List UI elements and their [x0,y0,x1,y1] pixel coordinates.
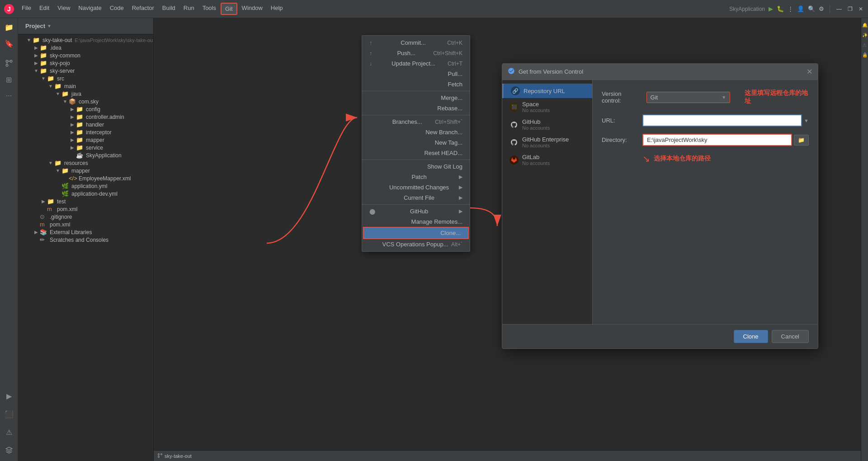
menu-merge[interactable]: Merge... [362,93,470,103]
list-item[interactable]: ▶ </> EmployeeMapper.xml [18,174,153,182]
git-icon[interactable] [2,56,16,71]
menu-push[interactable]: ↑ Push... Ctrl+Shift+K [362,48,470,58]
dialog-titlebar: Get from Version Control ✕ [502,64,818,80]
close-btn[interactable]: ✕ [857,5,864,13]
menu-branches[interactable]: Branches... Ctrl+Shift+` [362,117,470,127]
sidebar-item-github-enterprise[interactable]: GitHub Enterprise No accounts [502,133,592,151]
list-item[interactable]: ▼ 📁 mapper [18,167,153,174]
list-item[interactable]: ▼ 📁 sky-server [18,67,153,75]
dialog-close-btn[interactable]: ✕ [807,67,812,76]
project-status[interactable]: sky-take-out [165,453,192,459]
lock-icon[interactable]: 🔒 [862,52,868,58]
list-item[interactable]: ▶ 📁 sky-common [18,52,153,59]
menu-build[interactable]: Build [159,3,179,15]
clone-dialog: Get from Version Control ✕ 🔗 Repository … [502,63,818,349]
sidebar-item-repo-url[interactable]: 🔗 Repository URL [502,84,592,98]
menu-tools[interactable]: Tools [199,3,220,15]
menu-edit[interactable]: Edit [36,3,53,15]
menu-code[interactable]: Code [106,3,127,15]
list-item[interactable]: ▼ 📁 resources [18,159,153,167]
list-item[interactable]: ▶ ☕ SkyApplication [18,151,153,159]
directory-input[interactable] [642,134,792,146]
cancel-button[interactable]: Cancel [772,330,809,343]
clone-button[interactable]: Clone [734,330,768,343]
menu-refactor[interactable]: Refactor [128,3,158,15]
sidebar-item-space[interactable]: ⬛ Space No accounts [502,98,592,116]
list-item[interactable]: ▶ ✏ Scratches and Consoles [18,236,153,244]
menu-reset-head[interactable]: Reset HEAD... [362,148,470,158]
list-item[interactable]: ▶ 📚 External Libraries [18,228,153,236]
list-item[interactable]: ▶ m pom.xml [18,221,153,228]
menu-rebase[interactable]: Rebase... [362,103,470,113]
sidebar-item-gitlab[interactable]: GitLab No accounts [502,151,592,169]
url-input[interactable] [642,114,802,127]
menu-help[interactable]: Help [267,3,287,15]
list-item[interactable]: ▶ 📁 controller.admin [18,113,153,121]
browse-directory-btn[interactable]: 📁 [794,135,809,146]
list-item[interactable]: ▶ 📁 interceptor [18,128,153,136]
menu-manage-remotes[interactable]: Manage Remotes... [362,216,470,227]
list-item[interactable]: ▼ 📁 main [18,82,153,90]
run-tool-icon[interactable]: ▶ [2,389,16,403]
search-icon[interactable]: 🔍 [808,5,815,12]
dialog-footer: Clone Cancel [502,324,818,348]
debug-btn[interactable]: 🐛 [777,5,784,12]
url-label: URL: [602,117,642,124]
menu-pull[interactable]: Pull... [362,69,470,79]
menu-current-file[interactable]: Current File ▶ [362,193,470,203]
minimize-btn[interactable]: — [835,5,843,13]
terminal-icon[interactable]: ⬛ [2,407,16,421]
menu-run[interactable]: Run [180,3,198,15]
list-item[interactable]: ▶ m pom.xml [18,205,153,213]
settings-icon[interactable]: ⚙ [819,5,824,12]
list-item[interactable]: ▶ 📁 .idea [18,44,153,52]
bookmark-icon[interactable]: 🔖 [2,36,16,51]
url-dropdown-btn[interactable]: ▼ [804,118,809,123]
list-item[interactable]: ▶ 📁 handler [18,121,153,128]
list-item[interactable]: ▼ 📦 com.sky [18,98,153,105]
version-control-select[interactable]: Git ▼ [646,92,731,103]
list-item[interactable]: ▶ 📁 service [18,144,153,151]
list-item[interactable]: ▶ ⊙ .gitignore [18,213,153,221]
git-tool-icon[interactable] [2,443,16,457]
notification-icon[interactable]: 🔔 [862,22,868,28]
menu-git[interactable]: Git [221,3,237,15]
list-item[interactable]: ▶ 🌿 application-dev.yml [18,190,153,198]
more-btn[interactable]: ⋮ [788,5,793,12]
maximize-btn[interactable]: ❐ [846,5,854,13]
menu-commit[interactable]: ↑ Commit... Ctrl+K [362,38,470,48]
list-item[interactable]: ▼ 📁 java [18,90,153,98]
sidebar-item-github[interactable]: GitHub No accounts [502,116,592,133]
menu-window[interactable]: Window [238,3,266,15]
more-tools-icon[interactable]: ··· [2,89,16,103]
list-item[interactable]: ▶ 📁 sky-pojo [18,59,153,67]
menu-patch[interactable]: Patch ▶ [362,172,470,182]
menu-github[interactable]: ⬤ GitHub ▶ [362,206,470,216]
problems-side-icon[interactable]: ⚠ [862,42,868,48]
menu-uncommitted-changes[interactable]: Uncommitted Changes ▶ [362,182,470,193]
ai-icon[interactable]: ✨ [862,32,868,38]
menu-view[interactable]: View [54,3,74,15]
menu-navigate[interactable]: Navigate [75,3,105,15]
list-item[interactable]: ▶ 🌿 application.yml [18,182,153,190]
menu-show-git-log[interactable]: Show Git Log [362,161,470,172]
menu-file[interactable]: File [18,3,35,15]
menu-new-branch[interactable]: New Branch... [362,127,470,137]
tree-root[interactable]: ▼ 📁 sky-take-out E:\javaProjectWork\sky\… [18,36,153,44]
commit-icon: ↑ [369,40,377,46]
project-icon[interactable]: 📁 [2,20,16,34]
menu-vcs-popup[interactable]: VCS Operations Popup... Alt+` [362,239,470,249]
list-item[interactable]: ▶ 📁 config [18,105,153,113]
menu-update-project[interactable]: ↓ Update Project... Ctrl+T [362,58,470,69]
menu-new-tag[interactable]: New Tag... [362,137,470,148]
problems-icon[interactable]: ⚠ [2,425,16,439]
list-item[interactable]: ▼ 📁 src [18,75,153,82]
list-item[interactable]: ▶ 📁 mapper [18,136,153,144]
list-item[interactable]: ▶ 📁 test [18,198,153,205]
run-btn[interactable]: ▶ [769,5,773,12]
structure-icon[interactable]: ⊞ [2,72,16,87]
profile-icon[interactable]: 👤 [797,5,804,12]
git-branch-icon [157,453,163,459]
menu-fetch[interactable]: Fetch [362,79,470,89]
menu-clone[interactable]: Clone... [363,227,469,239]
